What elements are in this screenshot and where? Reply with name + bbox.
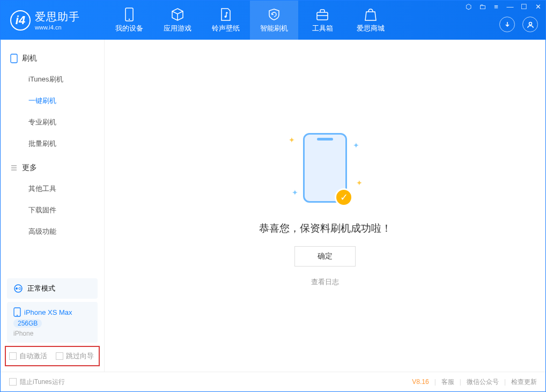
toolbox-icon: [315, 8, 329, 21]
close-button[interactable]: ✕: [534, 3, 542, 11]
footer: 阻止iTunes运行 V8.16 | 客服 | 微信公众号 | 检查更新: [1, 372, 545, 391]
logo-icon: i4: [10, 10, 31, 31]
app-subtitle: www.i4.cn: [35, 24, 80, 31]
user-button[interactable]: [522, 17, 538, 32]
download-button[interactable]: [499, 17, 515, 32]
svg-rect-3: [317, 12, 328, 20]
version-label: V8.16: [412, 378, 429, 386]
mode-box[interactable]: 正常模式: [7, 278, 98, 299]
nav-my-device[interactable]: 我的设备: [105, 1, 153, 40]
checkbox-label: 自动激活: [19, 351, 47, 361]
sidebar-item-download-fw[interactable]: 下载固件: [1, 199, 104, 221]
svg-point-8: [19, 287, 21, 290]
svg-point-1: [129, 18, 130, 19]
main-content: ✦ ✦ ✦ ✦ ✓ 恭喜您，保资料刷机成功啦！ 确定 查看日志: [105, 40, 545, 372]
update-link[interactable]: 检查更新: [511, 378, 537, 387]
auto-activate-checkbox[interactable]: 自动激活: [9, 351, 47, 361]
window-controls: ⬡ 🗀 ≡ — ☐ ✕: [464, 3, 542, 11]
success-message: 恭喜您，保资料刷机成功啦！: [259, 221, 392, 235]
view-log-link[interactable]: 查看日志: [311, 277, 339, 287]
nav-label: 智能刷机: [260, 24, 288, 33]
nav-label: 应用游戏: [164, 24, 191, 33]
header-right: [499, 17, 538, 32]
checkbox-row: 自动激活 跳过向导: [5, 346, 100, 366]
svg-point-7: [16, 287, 18, 290]
nav-ringtones[interactable]: 铃声壁纸: [202, 1, 250, 40]
header: i4 爱思助手 www.i4.cn 我的设备 应用游戏 铃声壁纸 智能刷机 工具…: [1, 1, 545, 40]
minimize-button[interactable]: —: [506, 3, 514, 11]
block-itunes-label[interactable]: 阻止iTunes运行: [20, 378, 65, 387]
bag-icon: [364, 8, 378, 21]
sidebar: 刷机 iTunes刷机 一键刷机 专业刷机 批量刷机 更多 其他工具 下载固件 …: [1, 40, 105, 372]
menu-icon[interactable]: ≡: [492, 3, 500, 11]
nav-toolbox[interactable]: 工具箱: [298, 1, 346, 40]
device-name: iPhone XS Max: [24, 308, 72, 316]
refresh-shield-icon: [267, 8, 281, 21]
nav-store[interactable]: 爱思商城: [346, 1, 395, 40]
nav: 我的设备 应用游戏 铃声壁纸 智能刷机 工具箱 爱思商城: [105, 1, 395, 40]
cube-icon: [171, 8, 185, 21]
svg-point-2: [225, 16, 227, 18]
sidebar-group-title: 更多: [22, 163, 37, 173]
sparkle-icon: ✦: [292, 188, 298, 197]
skip-guide-checkbox[interactable]: 跳过向导: [56, 351, 94, 361]
sidebar-group-title: 刷机: [22, 54, 37, 63]
sparkle-icon: ✦: [353, 141, 359, 150]
sparkle-icon: ✦: [356, 179, 363, 187]
ok-button[interactable]: 确定: [294, 246, 356, 267]
wechat-link[interactable]: 微信公众号: [467, 378, 499, 387]
phone-icon: [122, 8, 136, 21]
svg-point-10: [17, 315, 18, 316]
checkbox-icon: [56, 352, 63, 360]
nav-label: 爱思商城: [357, 24, 385, 33]
sidebar-item-pro-flash[interactable]: 专业刷机: [1, 112, 104, 133]
svg-rect-5: [11, 54, 17, 63]
shirt-icon[interactable]: ⬡: [464, 3, 473, 11]
sidebar-item-batch-flash[interactable]: 批量刷机: [1, 133, 104, 154]
nav-apps[interactable]: 应用游戏: [153, 1, 202, 40]
sidebar-group-flash[interactable]: 刷机: [1, 48, 104, 69]
device-capacity: 256GB: [13, 319, 42, 328]
mode-icon: [13, 284, 23, 293]
device-box[interactable]: iPhone XS Max 256GB iPhone: [7, 302, 98, 343]
device-type: iPhone: [13, 330, 33, 337]
device-icon: [10, 54, 18, 63]
sidebar-item-other-tools[interactable]: 其他工具: [1, 178, 104, 199]
mode-label: 正常模式: [27, 284, 55, 293]
checkbox-label: 跳过向导: [66, 351, 94, 361]
music-file-icon: [219, 8, 233, 21]
nav-flash[interactable]: 智能刷机: [250, 1, 298, 40]
logo[interactable]: i4 爱思助手 www.i4.cn: [1, 10, 105, 31]
success-illustration: ✦ ✦ ✦ ✦ ✓: [282, 125, 368, 211]
device-icon: [13, 307, 21, 317]
maximize-button[interactable]: ☐: [520, 3, 528, 11]
sparkle-icon: ✦: [289, 136, 295, 144]
sidebar-item-itunes-flash[interactable]: iTunes刷机: [1, 69, 104, 90]
check-badge-icon: ✓: [335, 188, 353, 206]
list-icon: [10, 164, 18, 172]
nav-label: 铃声壁纸: [212, 24, 240, 33]
nav-label: 我的设备: [115, 24, 143, 33]
sidebar-item-advanced[interactable]: 高级功能: [1, 221, 104, 242]
sidebar-item-oneclick-flash[interactable]: 一键刷机: [1, 90, 104, 112]
checkbox-icon[interactable]: [9, 378, 17, 386]
service-link[interactable]: 客服: [441, 378, 454, 387]
nav-label: 工具箱: [312, 24, 333, 33]
sidebar-group-more[interactable]: 更多: [1, 158, 104, 178]
lock-icon[interactable]: 🗀: [478, 3, 486, 11]
svg-point-4: [529, 22, 532, 25]
checkbox-icon: [9, 352, 17, 360]
app-title: 爱思助手: [35, 10, 80, 24]
